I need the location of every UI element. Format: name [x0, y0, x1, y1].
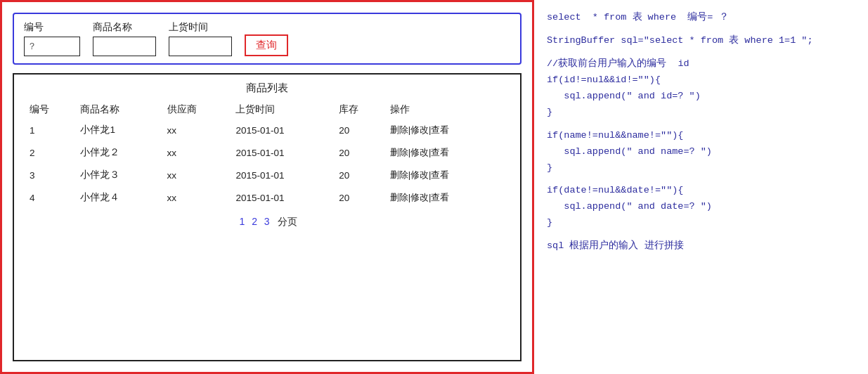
col-supplier: 供应商 [163, 101, 232, 119]
col-actions: 操作 [386, 101, 509, 119]
col-id: 编号 [25, 101, 76, 119]
date-label: 上货时间 [169, 21, 232, 34]
cell-stock: 20 [335, 186, 385, 209]
cell-date: 2015-01-01 [231, 186, 335, 209]
cell-actions[interactable]: 删除|修改|查看 [386, 119, 509, 141]
code-line-3: //获取前台用户输入的编号 id [547, 56, 855, 72]
col-name: 商品名称 [76, 101, 162, 119]
date-field: 上货时间 [169, 21, 232, 56]
cell-actions[interactable]: 删除|修改|查看 [386, 164, 509, 186]
id-label: 编号 [24, 21, 80, 34]
cell-actions[interactable]: 删除|修改|查看 [386, 186, 509, 209]
search-bar: 编号 商品名称 上货时间 查询 [13, 13, 522, 65]
cell-id: 2 [25, 141, 76, 164]
code-line-2: StringBuffer sql="select * from 表 where … [547, 33, 855, 49]
cell-id: 3 [25, 164, 76, 186]
product-table: 编号 商品名称 供应商 上货时间 库存 操作 1 小伴龙1 xx 2015-01… [25, 101, 509, 209]
table-row: 3 小伴龙３ xx 2015-01-01 20 删除|修改|查看 [25, 164, 509, 186]
code-line-12: } [547, 215, 855, 231]
name-label: 商品名称 [93, 21, 156, 34]
table-row: 1 小伴龙1 xx 2015-01-01 20 删除|修改|查看 [25, 119, 509, 141]
code-line-9: } [547, 160, 855, 176]
cell-name: 小伴龙２ [76, 141, 162, 164]
query-button[interactable]: 查询 [245, 34, 288, 56]
cell-supplier: xx [163, 164, 232, 186]
cell-supplier: xx [163, 186, 232, 209]
id-field: 编号 [24, 21, 80, 56]
name-field: 商品名称 [93, 21, 156, 56]
pagination-label: 分页 [278, 216, 297, 227]
page-1[interactable]: 1 [239, 216, 245, 227]
cell-stock: 20 [335, 119, 385, 141]
code-line-7: if(name!=nul&&name!=""){ [547, 128, 855, 144]
page-2[interactable]: 2 [252, 216, 257, 227]
table-title: 商品列表 [25, 82, 509, 95]
cell-date: 2015-01-01 [231, 141, 335, 164]
right-panel: select * from 表 where 编号= ？ StringBuffer… [534, 0, 868, 374]
id-input[interactable] [24, 37, 80, 56]
cell-supplier: xx [163, 119, 232, 141]
code-line-11: sql.append(" and date=? ") [547, 199, 855, 215]
table-row: 2 小伴龙２ xx 2015-01-01 20 删除|修改|查看 [25, 141, 509, 164]
col-date: 上货时间 [231, 101, 335, 119]
cell-actions[interactable]: 删除|修改|查看 [386, 141, 509, 164]
cell-name: 小伴龙1 [76, 119, 162, 141]
cell-stock: 20 [335, 141, 385, 164]
page-3[interactable]: 3 [264, 216, 270, 227]
cell-date: 2015-01-01 [231, 164, 335, 186]
code-line-8: sql.append(" and name=? ") [547, 144, 855, 160]
table-row: 4 小伴龙４ xx 2015-01-01 20 删除|修改|查看 [25, 186, 509, 209]
code-line-13: sql 根据用户的输入 进行拼接 [547, 238, 855, 254]
date-input[interactable] [169, 37, 232, 56]
code-line-5: sql.append(" and id=? ") [547, 89, 855, 105]
code-line-4: if(id!=nul&&id!=""){ [547, 72, 855, 89]
cell-date: 2015-01-01 [231, 119, 335, 141]
cell-id: 4 [25, 186, 76, 209]
col-stock: 库存 [335, 101, 385, 119]
name-input[interactable] [93, 37, 156, 56]
code-line-6: } [547, 105, 855, 121]
code-line-1: select * from 表 where 编号= ？ [547, 10, 855, 26]
left-panel: 编号 商品名称 上货时间 查询 商品列表 编号 商品名称 供应商 上货时间 库存 [0, 0, 534, 374]
pagination: 1 2 3 分页 [25, 216, 509, 228]
cell-stock: 20 [335, 164, 385, 186]
cell-id: 1 [25, 119, 76, 141]
table-area: 商品列表 编号 商品名称 供应商 上货时间 库存 操作 1 小伴龙1 xx 20… [13, 73, 522, 361]
table-header-row: 编号 商品名称 供应商 上货时间 库存 操作 [25, 101, 509, 119]
cell-supplier: xx [163, 141, 232, 164]
cell-name: 小伴龙３ [76, 164, 162, 186]
cell-name: 小伴龙４ [76, 186, 162, 209]
code-line-10: if(date!=nul&&date!=""){ [547, 183, 855, 199]
